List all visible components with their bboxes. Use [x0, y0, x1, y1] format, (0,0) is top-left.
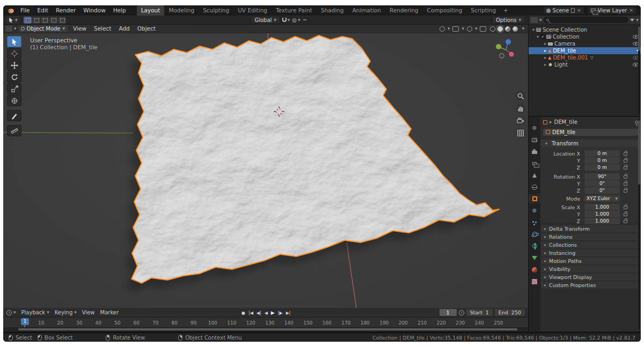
navigation-gizmo[interactable]: [494, 38, 518, 62]
scale-y-field[interactable]: 1.000: [584, 211, 620, 217]
shading-rendered-button[interactable]: [513, 26, 518, 32]
annotate-tool[interactable]: [7, 110, 21, 121]
properties-section-header[interactable]: ▸ Motion Paths: [541, 257, 640, 264]
object-visibility-dropdown[interactable]: [440, 26, 445, 32]
menubar-menu-item[interactable]: Window: [79, 5, 109, 16]
tab-sculpting[interactable]: Sculpting: [199, 5, 233, 16]
props-tab-physics[interactable]: [529, 230, 540, 239]
props-tab-tool[interactable]: ⚙: [529, 123, 540, 132]
filter-icon[interactable]: [630, 19, 634, 21]
lock-scale-y-icon[interactable]: [624, 213, 627, 216]
end-frame-field[interactable]: End250: [495, 309, 525, 316]
props-tab-texture[interactable]: [529, 277, 540, 286]
disclosure-icon[interactable]: ▾: [535, 34, 540, 39]
tab-rendering[interactable]: Rendering: [385, 5, 423, 16]
timeline-scrollbar-thumb[interactable]: [18, 328, 517, 330]
scale-x-field[interactable]: 1.000: [584, 204, 620, 210]
tab-scripting[interactable]: Scripting: [466, 5, 500, 16]
props-tab-view-layer[interactable]: [529, 159, 540, 168]
prev-keyframe-button[interactable]: ◀|: [257, 311, 261, 315]
playback-menu[interactable]: Playback▾: [21, 310, 49, 315]
timeline-ruler[interactable]: 1020304050607080901001101201301401501601…: [3, 318, 528, 327]
gizmo-y-axis[interactable]: [496, 44, 501, 49]
tab-compositing[interactable]: Compositing: [423, 5, 467, 16]
properties-section-header[interactable]: ▸ Relations: [541, 233, 640, 240]
gizmo-x-axis[interactable]: [509, 51, 514, 56]
zoom-icon[interactable]: [516, 91, 525, 101]
props-tab-world[interactable]: [529, 182, 540, 192]
shading-wireframe-button[interactable]: [490, 26, 495, 32]
select-mode-intersect[interactable]: [58, 17, 66, 24]
lock-location-x-icon[interactable]: [624, 152, 627, 156]
tab-uv-editing[interactable]: UV Editing: [233, 5, 272, 16]
scale-z-field[interactable]: 1.000: [584, 218, 620, 224]
menubar-menu-item[interactable]: File: [17, 5, 34, 16]
disclosure-icon[interactable]: ▸: [543, 41, 548, 46]
current-frame-field[interactable]: 1: [440, 309, 457, 316]
current-frame-playhead[interactable]: 1: [21, 318, 29, 325]
keying-set-icon[interactable]: [459, 310, 464, 315]
editor-type-icon[interactable]: [5, 26, 12, 32]
tab-modeling[interactable]: Modeling: [164, 5, 199, 16]
properties-section-header[interactable]: ▸ Collections: [541, 241, 640, 248]
properties-section-header[interactable]: ▸ Visibility: [541, 266, 640, 273]
props-tab-scene[interactable]: [529, 171, 540, 180]
select-mode-subtract[interactable]: [41, 17, 49, 24]
props-tab-particles[interactable]: [529, 218, 540, 227]
blender-logo-icon[interactable]: [6, 7, 15, 14]
show-gizmos-toggle[interactable]: [452, 26, 459, 32]
props-tab-modifiers[interactable]: ⚙: [529, 206, 540, 215]
properties-section-header[interactable]: ▸ Viewport Display: [541, 274, 640, 281]
disclosure-icon[interactable]: ▸: [543, 55, 548, 60]
shading-solid-button[interactable]: [497, 26, 503, 32]
properties-section-header[interactable]: ▸ Delta Transform: [541, 225, 640, 232]
viewport-menu-item[interactable]: Object: [134, 24, 159, 34]
proportional-editing-dropdown[interactable]: ◎ ▾: [292, 17, 300, 23]
properties-scrollbar[interactable]: [638, 119, 640, 329]
gizmo-negative-axis[interactable]: [500, 54, 504, 58]
rotation-z-field[interactable]: 0°: [584, 187, 620, 194]
lock-rotation-x-icon[interactable]: [624, 175, 627, 179]
rotation-mode-dropdown[interactable]: XYZ Euler ▾: [584, 195, 620, 202]
move-tool[interactable]: [7, 60, 21, 71]
scene-selector[interactable]: Scene ×: [543, 6, 584, 14]
outliner-search-input[interactable]: [544, 17, 629, 23]
auto-keying-record-icon[interactable]: ●: [241, 311, 245, 315]
gizmo-z-axis[interactable]: [506, 39, 511, 45]
camera-view-icon[interactable]: [516, 116, 525, 126]
next-keyframe-button[interactable]: |▶: [278, 311, 283, 315]
props-tab-material[interactable]: [529, 265, 540, 274]
select-mode-invert[interactable]: [49, 17, 57, 24]
keying-menu[interactable]: Keying▾: [55, 310, 77, 315]
interaction-mode-dropdown[interactable]: Object Mode ▾: [18, 25, 68, 32]
snapping-dropdown[interactable]: ▾: [282, 18, 290, 23]
view-layer-selector[interactable]: View Layer ×: [588, 6, 636, 14]
lock-scale-z-icon[interactable]: [624, 220, 627, 223]
xray-toggle[interactable]: [480, 26, 486, 32]
lock-scale-x-icon[interactable]: [624, 206, 627, 209]
active-tool-dropdown[interactable]: ▾: [6, 16, 19, 24]
outliner-row-dem-tile-001[interactable]: ▸ ▲ DEM_tile.001 ▽: [529, 54, 641, 61]
transform-panel-header[interactable]: ▾ Transform: [540, 139, 641, 147]
unlink-scene-icon[interactable]: ×: [577, 8, 581, 13]
tab-texture-paint[interactable]: Texture Paint: [272, 5, 317, 16]
lock-rotation-y-icon[interactable]: [624, 182, 627, 186]
props-tab-constraints[interactable]: [529, 241, 540, 251]
rotation-x-field[interactable]: 90°: [584, 173, 620, 180]
outliner-row-camera[interactable]: ▸ Camera: [529, 40, 641, 47]
transform-tool[interactable]: [7, 95, 21, 106]
play-button[interactable]: ▶: [271, 310, 275, 315]
lock-location-z-icon[interactable]: [624, 166, 627, 170]
shading-material-button[interactable]: [505, 26, 510, 32]
new-scene-icon[interactable]: [571, 8, 575, 13]
orthographic-grid-icon[interactable]: [516, 128, 525, 138]
props-tab-render[interactable]: [529, 135, 540, 144]
tab-animation[interactable]: Animation: [348, 5, 385, 16]
outliner-row-collection[interactable]: ▾ ✓ Collection: [529, 33, 641, 40]
dem-tile-mesh[interactable]: [131, 35, 499, 283]
viewport-canvas[interactable]: User Perspective (1) Collection | DEM_ti…: [3, 33, 528, 308]
location-z-field[interactable]: 0 m: [584, 164, 620, 171]
falloff-toggle[interactable]: ~: [303, 17, 307, 23]
scale-tool[interactable]: [7, 83, 21, 94]
disclosure-icon[interactable]: ▸: [543, 48, 548, 53]
